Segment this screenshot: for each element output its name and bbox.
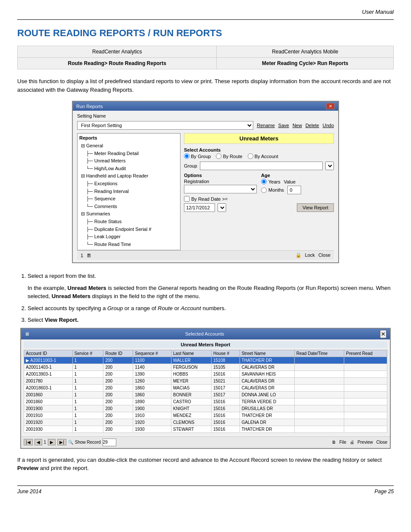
table-cell: 200: [103, 357, 133, 364]
table-cell: 1: [72, 412, 103, 419]
footer-lock[interactable]: Lock: [305, 252, 315, 258]
tree-general-label[interactable]: ⊟ General: [79, 142, 178, 150]
undo-button[interactable]: Undo: [323, 123, 334, 128]
tree-summaries-label[interactable]: ⊟ Summaries: [79, 210, 178, 218]
radio-by-account[interactable]: By Account: [248, 153, 278, 159]
tree-meter-reading-detail[interactable]: ├─ Meter Reading Detail: [79, 150, 178, 158]
table-cell: [344, 391, 387, 398]
table-cell: [344, 398, 387, 405]
col-route: Route ID: [103, 350, 133, 357]
dialog2-close-button[interactable]: ✕: [380, 330, 386, 338]
table-cell: CALAVERAS DR: [240, 377, 294, 384]
table-header-row: Account ID Service # Route ID Sequence #…: [24, 350, 387, 357]
table-cell: [294, 405, 344, 412]
step2-bold1: Unread Meters: [68, 285, 106, 291]
nav-col2-header: ReadCenter Analytics Mobile: [217, 46, 394, 58]
view-report-button[interactable]: View Report: [297, 203, 334, 212]
table-cell: 1260: [133, 377, 171, 384]
col-account-id: Account ID: [24, 350, 73, 357]
nav-first-button[interactable]: |◀: [24, 439, 33, 445]
save-button[interactable]: Save: [278, 123, 289, 128]
table-cell: 200: [103, 364, 133, 370]
date-dropdown[interactable]: ▼: [218, 203, 226, 212]
setting-select[interactable]: First Report Setting: [77, 121, 253, 130]
table-row[interactable]: 200186012001860BONNER15017DONNA JANE LO: [24, 391, 387, 398]
date-input[interactable]: [184, 203, 215, 212]
table-row[interactable]: 200178012001260MEYER15021CALAVERAS DR: [24, 377, 387, 384]
table-cell: 2001780: [24, 377, 73, 384]
registration-label: Registration: [184, 179, 257, 184]
table-cell: GALENA DR: [240, 419, 294, 426]
table-cell: A20013903-1: [24, 370, 73, 377]
table-cell: TERRA VERDE D: [240, 398, 294, 405]
table-cell: 15108: [211, 357, 240, 364]
table-cell: THATCHER DR: [240, 426, 294, 432]
tree-sequence[interactable]: ├─ Sequence: [79, 195, 178, 203]
nav-file[interactable]: File: [339, 440, 346, 445]
delete-button[interactable]: Delete: [305, 123, 319, 128]
new-button[interactable]: New: [293, 123, 302, 128]
table-row[interactable]: A20011403-112001140FERGUSON15105CALAVERA…: [24, 364, 387, 370]
tree-comments[interactable]: └─ Comments: [79, 203, 178, 211]
age-value-input[interactable]: [287, 186, 301, 194]
tree-route-status[interactable]: ├─ Route Status: [79, 218, 178, 226]
radio-by-group[interactable]: By Group: [184, 153, 211, 159]
table-row[interactable]: 200192012001920CLEMONS15016GALENA DR: [24, 419, 387, 426]
table-cell: 2001860: [24, 391, 73, 398]
group-input[interactable]: [200, 162, 323, 170]
tree-duplicate-endpoint[interactable]: ├─ Duplicate Endpoint Serial #: [79, 226, 178, 233]
table-row[interactable]: 200190012001900KNIGHT15016DRUSILLAS DR: [24, 405, 387, 412]
table-row[interactable]: A20018603-112001860MACIAS15017CALAVERAS …: [24, 384, 387, 391]
table-row[interactable]: ▶ A20011003-112001100WALLER15108THATCHER…: [24, 357, 387, 364]
nav-next-button[interactable]: ▶: [48, 439, 56, 445]
table-cell: STEWART: [171, 426, 211, 432]
setting-row: First Report Setting Rename Save New Del…: [77, 121, 334, 130]
tree-handheld-label[interactable]: ⊟ Handheld and Laptop Reader: [79, 172, 178, 180]
table-cell: SAVANNAH HEIS: [240, 370, 294, 377]
read-date-checkbox[interactable]: [184, 196, 190, 202]
nav-last-button[interactable]: ▶|: [57, 439, 66, 445]
table-cell: HOBBS: [171, 370, 211, 377]
steps-list: Select a report from the list.: [17, 272, 394, 280]
nav-close[interactable]: Close: [376, 440, 387, 445]
tree-unread-meters[interactable]: ├─ Unread Meters: [79, 157, 178, 165]
show-record-input[interactable]: [103, 439, 116, 446]
dialog-footer: 1 🖹 🔒 Lock Close: [77, 250, 334, 260]
tree-high-low-audit[interactable]: └─ High/Low Audit: [79, 165, 178, 173]
rename-button[interactable]: Rename: [257, 123, 275, 128]
selected-accounts-dialog: 🖥 Selected Accounts ✕ Unread Meters Repo…: [20, 328, 391, 449]
registration-select[interactable]: [184, 185, 257, 193]
table-row[interactable]: 200186012001890CASTRO15016TERRA VERDE D: [24, 398, 387, 405]
table-row[interactable]: 200191012001910MENDEZ15016THATCHER DR: [24, 412, 387, 419]
age-years-radio[interactable]: Years: [261, 179, 280, 184]
dialog-body: Reports ⊟ General ├─ Meter Reading Detai…: [77, 133, 334, 250]
table-cell: [344, 405, 387, 412]
table-cell: 2001860: [24, 398, 73, 405]
tree-group-handheld: ⊟ Handheld and Laptop Reader ├─ Exceptio…: [79, 172, 178, 210]
tree-exceptions[interactable]: ├─ Exceptions: [79, 180, 178, 188]
options-label: Options: [184, 173, 257, 178]
table-cell: CALAVERAS DR: [240, 364, 294, 370]
table-cell: 200: [103, 398, 133, 405]
nav-prev-button[interactable]: ◀: [34, 439, 42, 445]
dialog-close-button[interactable]: ✕: [326, 103, 335, 109]
dialog2-title-icon: 🖥: [25, 331, 29, 336]
radio-by-route[interactable]: By Route: [216, 153, 242, 159]
age-months-row: Months: [261, 186, 334, 194]
table-row[interactable]: 200193012001930STEWART15016THATCHER DR: [24, 426, 387, 432]
tree-route-read-time[interactable]: └─ Route Read Time: [79, 241, 178, 249]
tree-reading-interval[interactable]: ├─ Reading Interval: [79, 188, 178, 196]
dialog2-title: Selected Accounts: [185, 331, 224, 336]
table-cell: CALAVERAS DR: [240, 384, 294, 391]
table-cell: [344, 384, 387, 391]
nav-preview[interactable]: Preview: [358, 440, 373, 445]
table-cell: 200: [103, 384, 133, 391]
table-cell: 1890: [133, 398, 171, 405]
table-row[interactable]: A20013903-112001390HOBBS15016SAVANNAH HE…: [24, 370, 387, 377]
footer-close[interactable]: Close: [318, 252, 330, 258]
tree-leak-logger[interactable]: ├─ Leak Logger: [79, 233, 178, 241]
age-months-radio[interactable]: Months: [261, 187, 284, 193]
group-dropdown[interactable]: ▼: [325, 162, 334, 170]
table-cell: ▶ A20011003-1: [24, 357, 73, 364]
report-title-box: Unread Meters: [184, 133, 334, 144]
